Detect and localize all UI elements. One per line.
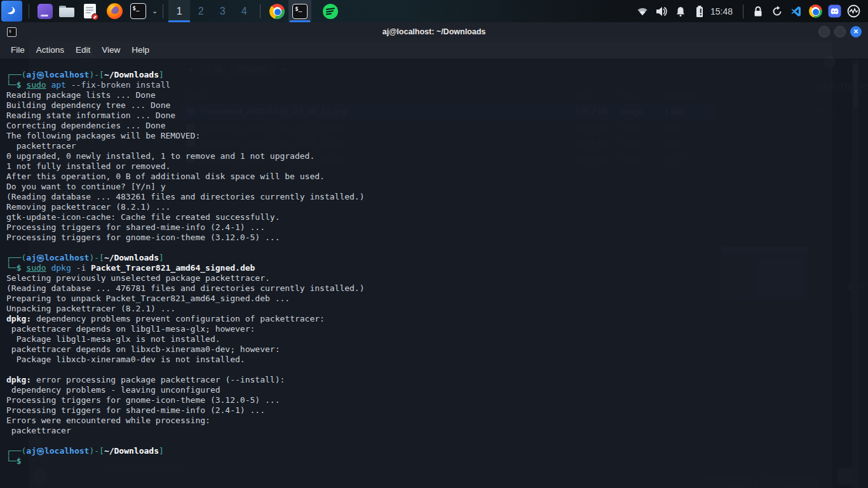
kali-menu-button[interactable] [0, 0, 24, 22]
terminal-line: ┌──(aj㉿localhost)-[~/Downloads] [6, 70, 868, 80]
terminal-line: └─$ [6, 456, 868, 466]
app-switcher-button[interactable] [34, 0, 56, 22]
terminal-line: └─$ sudo dpkg -i Packet_Tracer821_amd64_… [6, 263, 868, 273]
terminal-line: 1 not fully installed or removed. [6, 161, 868, 172]
workspace-1[interactable]: 1 [168, 0, 190, 22]
terminal-line: Processing triggers for shared-mime-info… [6, 222, 868, 233]
chrome-tray-icon[interactable] [806, 0, 825, 22]
terminal-line: Preparing to unpack Packet_Tracer821_amd… [6, 294, 868, 304]
app-switcher-icon [37, 4, 53, 19]
taskbar-chrome-button[interactable] [266, 0, 288, 22]
discord-icon[interactable] [825, 0, 844, 22]
terminal-line [6, 365, 868, 375]
terminal-line: Selecting previously unselected package … [6, 273, 868, 283]
terminal-content[interactable]: ┌──(aj㉿localhost)-[~/Downloads]└─$ sudo … [0, 58, 868, 488]
terminal-line: Processing triggers for shared-mime-info… [6, 405, 868, 416]
terminal-line [6, 436, 868, 446]
battery-warning-icon[interactable] [690, 0, 709, 22]
menu-actions[interactable]: Actions [31, 43, 70, 57]
terminal-line: dpkg: error processing package packettra… [6, 375, 868, 385]
terminal-line: gtk-update-icon-cache: Cache file create… [6, 212, 868, 222]
minimize-button[interactable] [818, 26, 830, 37]
terminal-menubar: FileActionsEditViewHelp [0, 41, 868, 58]
terminal-line: (Reading database ... 483261 files and d… [6, 192, 868, 202]
lock-icon[interactable] [749, 0, 768, 22]
terminal-line: packettracer depends on libgl1-mesa-glx;… [6, 324, 868, 334]
taskbar-terminal-button[interactable]: $_ [288, 0, 311, 22]
terminal-line: Package libgl1-mesa-glx is not installed… [6, 334, 868, 344]
desktop: ◂ ⌂ aj Pictures ▸ Name ▾ Size Type Modif… [0, 0, 868, 488]
menu-view[interactable]: View [96, 43, 126, 57]
kali-logo-icon [1, 1, 22, 22]
terminal-line: ┌──(aj㉿localhost)-[~/Downloads] [6, 446, 868, 456]
chrome-icon [269, 4, 285, 19]
terminal-line: packettracer [6, 426, 868, 436]
terminal-line: ┌──(aj㉿localhost)-[~/Downloads] [6, 253, 868, 263]
terminal-line: Unpacking packettracer (8.2.1) ... [6, 304, 868, 314]
workspace-4[interactable]: 4 [233, 0, 255, 22]
terminal-icon: $_ [130, 3, 146, 19]
volume-icon[interactable] [652, 0, 671, 22]
wave-monitor-icon[interactable] [844, 0, 863, 22]
terminal-line: Reading state information ... Done [6, 111, 868, 121]
firefox-button[interactable] [102, 0, 127, 22]
terminal-line: Removing packettracer (8.2.1) ... [6, 202, 868, 212]
terminal-line: packettracer [6, 141, 868, 151]
terminal-line: (Reading database ... 476781 files and d… [6, 283, 868, 294]
separator [743, 4, 743, 18]
terminal-window-icon: $ [7, 27, 17, 37]
taskbar-spotify-button[interactable] [319, 0, 342, 22]
terminal-line: Processing triggers for gnome-icon-theme… [6, 395, 868, 405]
clock[interactable]: 15:48 [709, 6, 738, 17]
terminal-line: dependency problems - leaving unconfigur… [6, 385, 868, 395]
chevron-down-icon[interactable]: ⌄ [152, 7, 158, 15]
menu-file[interactable]: File [5, 43, 31, 57]
terminal-line: 0 upgraded, 0 newly installed, 1 to remo… [6, 151, 868, 161]
maximize-button[interactable] [834, 26, 846, 37]
terminal-line: packettracer depends on libxcb-xinerama0… [6, 344, 868, 355]
taskbar: $_ ⌄ 1234 $_ 15:48 [0, 0, 868, 22]
window-title: aj@localhost: ~/Downloads [0, 27, 868, 36]
text-editor-button[interactable] [78, 0, 102, 22]
wifi-icon[interactable] [633, 0, 652, 22]
terminal-line: └─$ sudo apt --fix-broken install [6, 80, 868, 90]
terminal-line: dpkg: dependency problems prevent config… [6, 314, 868, 324]
terminal-launcher-button[interactable]: $_ [127, 0, 149, 22]
terminal-titlebar[interactable]: $ aj@localhost: ~/Downloads ✕ [0, 22, 868, 41]
terminal-line: After this operation, 0 B of additional … [6, 172, 868, 182]
menu-edit[interactable]: Edit [70, 43, 96, 57]
terminal-line: Errors were encountered while processing… [6, 416, 868, 426]
spotify-icon [323, 4, 338, 19]
terminal-icon: $_ [292, 4, 308, 19]
terminal-window: $ aj@localhost: ~/Downloads ✕ FileAction… [0, 22, 868, 488]
terminal-output: ┌──(aj㉿localhost)-[~/Downloads]└─$ sudo … [6, 70, 868, 466]
separator [163, 4, 163, 18]
terminal-line: Reading package lists ... Done [6, 90, 868, 100]
workspace-switcher: 1234 [168, 0, 255, 22]
terminal-line: The following packages will be REMOVED: [6, 131, 868, 141]
folder-icon [59, 6, 74, 17]
terminal-line: Do you want to continue? [Y/n] y [6, 182, 868, 192]
refresh-icon[interactable] [768, 0, 787, 22]
menu-help[interactable]: Help [126, 43, 155, 57]
document-icon [84, 4, 96, 18]
vscode-icon[interactable] [787, 0, 806, 22]
workspace-3[interactable]: 3 [212, 0, 233, 22]
close-button[interactable]: ✕ [850, 26, 862, 37]
terminal-line [6, 243, 868, 253]
file-manager-button[interactable] [56, 0, 78, 22]
terminal-line: Package libxcb-xinerama0-dev is not inst… [6, 355, 868, 365]
workspace-2[interactable]: 2 [190, 0, 212, 22]
terminal-line: Correcting dependencies ... Done [6, 121, 868, 131]
separator [260, 4, 261, 18]
separator [29, 4, 29, 18]
terminal-line: Building dependency tree ... Done [6, 100, 868, 111]
notifications-icon[interactable] [671, 0, 690, 22]
terminal-line: Processing triggers for gnome-icon-theme… [6, 233, 868, 243]
firefox-icon [107, 3, 123, 19]
edit-badge-icon [92, 13, 98, 20]
